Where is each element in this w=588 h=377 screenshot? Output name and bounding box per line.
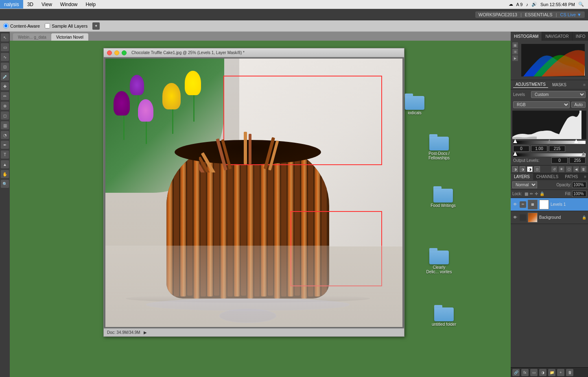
menu-help[interactable]: Help bbox=[82, 0, 100, 9]
layers-menu-icon[interactable]: ≡ bbox=[582, 173, 588, 180]
input-black-field[interactable]: 0 bbox=[513, 146, 529, 152]
pen-tool[interactable]: ✒ bbox=[1, 141, 9, 149]
text-tool[interactable]: T bbox=[1, 150, 9, 159]
hand-tool[interactable]: ✋ bbox=[1, 170, 9, 178]
gradient-tool[interactable]: ▥ bbox=[1, 121, 9, 129]
tab-victorian[interactable]: Victorian Novel bbox=[51, 33, 88, 41]
new-layer-btn[interactable]: + bbox=[557, 369, 564, 376]
window-max-btn[interactable] bbox=[122, 50, 127, 55]
menu-view[interactable]: View bbox=[37, 0, 56, 9]
adj-menu-icon[interactable]: ≡ bbox=[583, 82, 586, 87]
search-icon[interactable]: 🔍 bbox=[578, 2, 584, 7]
adj-tab-masks[interactable]: MASKS bbox=[550, 82, 569, 88]
tab-channels[interactable]: CHANNELS bbox=[533, 173, 562, 180]
lock-all-icon[interactable]: 🔒 bbox=[540, 192, 544, 196]
sample-all-check[interactable]: Sample All Layers bbox=[45, 23, 87, 28]
menu-analysis[interactable]: nalysis bbox=[0, 0, 23, 9]
adj-eyedropper-mid[interactable]: ◑ bbox=[520, 166, 525, 172]
eyedropper-tool[interactable]: 💉 bbox=[1, 72, 9, 81]
folder-untitled[interactable]: untitled folder bbox=[430, 305, 458, 327]
cs-live-btn[interactable]: CS Live ▼ bbox=[560, 12, 581, 17]
ps-canvas-container[interactable] bbox=[104, 57, 404, 328]
white-point-slider[interactable] bbox=[574, 139, 578, 143]
menu-3d[interactable]: 3D bbox=[23, 0, 37, 9]
layer-edit-icon[interactable]: ✏ bbox=[520, 201, 526, 208]
forward-btn[interactable]: ▶ bbox=[144, 330, 147, 335]
layer-item-levels1[interactable]: 👁 ✏ ▦ Levels 1 bbox=[511, 198, 588, 211]
output-black-slider[interactable] bbox=[513, 152, 517, 156]
tab-navigator[interactable]: NAVIGATOR bbox=[542, 32, 572, 41]
lock-position-icon[interactable]: ✛ bbox=[535, 192, 538, 196]
tab-paths[interactable]: PATHS bbox=[562, 173, 581, 180]
tab-info[interactable]: INFO bbox=[573, 32, 588, 41]
clone-tool[interactable]: ⊕ bbox=[1, 102, 9, 110]
zoom-tool[interactable]: 🔍 bbox=[1, 180, 9, 188]
lock-image-icon[interactable]: ✏ bbox=[530, 192, 533, 196]
output-gradient-slider[interactable] bbox=[513, 153, 586, 157]
folder-clearly[interactable]: ClearlyDelic... vorites bbox=[425, 248, 453, 274]
shape-tool[interactable]: ▲ bbox=[1, 160, 9, 168]
adj-prev[interactable]: ◀ bbox=[573, 166, 579, 172]
adj-clip[interactable]: ⬡ bbox=[566, 166, 572, 172]
layer-effects-btn[interactable]: fx bbox=[521, 369, 529, 376]
svg-rect-29 bbox=[244, 132, 247, 164]
hist-icon-2[interactable]: ⊞ bbox=[512, 49, 518, 54]
layer-mask-btn[interactable]: ▭ bbox=[530, 369, 538, 376]
blend-mode-select[interactable]: Normal bbox=[512, 181, 537, 188]
input-white-field[interactable]: 215 bbox=[549, 146, 565, 152]
adjustments-panel: ADJUSTMENTS MASKS ≡ Levels Custom RGB Au… bbox=[511, 80, 588, 173]
healing-brush-icon[interactable]: ✦ bbox=[92, 22, 100, 30]
lasso-tool[interactable]: ∿ bbox=[1, 53, 9, 61]
tab-layers[interactable]: LAYERS bbox=[511, 173, 533, 180]
mid-point-slider[interactable] bbox=[547, 139, 551, 143]
input-mid-field[interactable]: 1.00 bbox=[531, 146, 547, 152]
adj-tab-adjustments[interactable]: ADJUSTMENTS bbox=[513, 81, 548, 88]
adj-reset[interactable]: ↺ bbox=[551, 166, 557, 172]
content-aware-check[interactable]: Content-Aware bbox=[3, 23, 40, 28]
output-white-slider[interactable] bbox=[581, 152, 586, 156]
fill-input[interactable]: 100% bbox=[572, 191, 586, 197]
window-min-btn[interactable] bbox=[114, 50, 119, 55]
heal-tool[interactable]: ✚ bbox=[1, 82, 9, 90]
channel-select[interactable]: RGB bbox=[513, 101, 570, 108]
select-tool[interactable]: ▭ bbox=[1, 43, 9, 51]
output-black-field[interactable]: 0 bbox=[551, 157, 568, 163]
input-gradient-slider[interactable] bbox=[513, 141, 586, 144]
auto-btn[interactable]: Auto bbox=[571, 102, 586, 108]
essentials-label[interactable]: ESSENTIALS bbox=[525, 12, 553, 17]
adj-eyedropper-black[interactable]: ◑ bbox=[512, 166, 518, 172]
tab-webbing[interactable]: Webin... g_data bbox=[13, 33, 51, 41]
output-white-field[interactable]: 255 bbox=[569, 157, 586, 163]
layer-vis-levels1[interactable]: 👁 bbox=[512, 202, 518, 207]
auto-button[interactable]: Auto bbox=[571, 102, 586, 108]
layer-vis-background[interactable]: 👁 bbox=[512, 215, 518, 220]
black-point-slider[interactable] bbox=[513, 139, 517, 143]
tab-histogram[interactable]: HISTOGRAM bbox=[511, 32, 542, 41]
eraser-tool[interactable]: ◻ bbox=[1, 111, 9, 120]
lock-transparent-icon[interactable]: ▩ bbox=[525, 192, 528, 196]
link-layers-btn[interactable]: 🔗 bbox=[512, 369, 520, 376]
sample-all-checkbox[interactable] bbox=[45, 23, 50, 28]
menu-window[interactable]: Window bbox=[56, 0, 82, 9]
layer-item-background[interactable]: 👁 Background 🔒 bbox=[511, 211, 588, 224]
levels-preset-select[interactable]: Custom bbox=[531, 91, 586, 98]
adj-target[interactable]: ⊡ bbox=[534, 166, 540, 172]
new-group-btn[interactable]: 📁 bbox=[548, 369, 555, 376]
adj-eyedropper-white[interactable]: ◑ bbox=[527, 166, 533, 172]
window-close-btn[interactable] bbox=[107, 50, 112, 55]
brush-tool[interactable]: ✏ bbox=[1, 92, 9, 100]
opacity-input[interactable]: 100% bbox=[572, 182, 586, 188]
hist-icon-3[interactable]: ▶ bbox=[512, 55, 518, 61]
new-adj-layer-btn[interactable]: ◑ bbox=[539, 369, 546, 376]
move-tool[interactable]: ↖ bbox=[1, 33, 9, 41]
adj-delete[interactable]: 🗑 bbox=[581, 166, 586, 172]
adj-visibility[interactable]: 👁 bbox=[559, 166, 564, 172]
folder-periodicals[interactable]: iodicals bbox=[400, 94, 429, 115]
hist-icon-1[interactable]: ▦ bbox=[512, 42, 518, 48]
dodge-tool[interactable]: ◔ bbox=[1, 131, 9, 139]
folder-food[interactable]: Food Writings bbox=[429, 186, 457, 208]
delete-layer-btn[interactable]: 🗑 bbox=[566, 369, 573, 376]
crop-tool[interactable]: ⊡ bbox=[1, 63, 9, 71]
content-aware-radio[interactable] bbox=[3, 23, 9, 28]
folder-postdocs[interactable]: Post-Docs /Fellowships bbox=[425, 134, 453, 160]
